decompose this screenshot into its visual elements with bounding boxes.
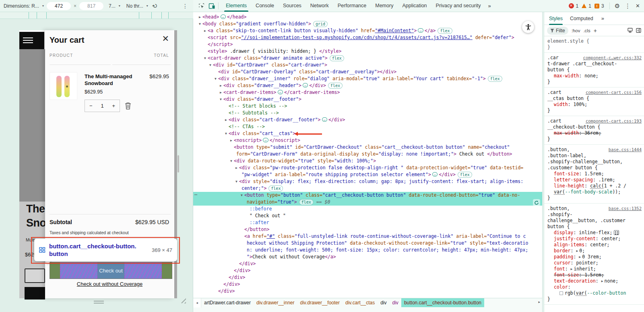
stylesheet-link[interactable]: component-cart.css:193 <box>586 118 642 124</box>
rendering-emulation-icon[interactable] <box>627 28 633 33</box>
error-icon[interactable]: ✕ <box>569 3 574 8</box>
stylesheet-link[interactable]: component-c…wer.css:332 <box>583 55 642 61</box>
issues-count[interactable]: 3 <box>601 3 604 9</box>
code-line[interactable]: ▶<noscript>…</noscript> <box>193 137 542 144</box>
expand-icon[interactable]: … <box>278 90 283 94</box>
css-property[interactable]: width: 100%; <box>547 102 642 108</box>
code-line[interactable]: </div> <box>193 281 542 288</box>
tab-console[interactable]: Console <box>251 0 279 12</box>
device-toolbar-toggle-icon[interactable] <box>208 3 215 9</box>
code-line[interactable]: ::before <box>193 206 542 212</box>
breadcrumb-item[interactable]: div.drawer__footer <box>297 298 343 307</box>
breadcrumb-forward-icon[interactable]: ▸ <box>536 298 542 306</box>
code-line[interactable]: ::after <box>193 219 542 226</box>
css-rule[interactable]: base.css:1352.button,.shopify-challenge_… <box>544 204 644 305</box>
code-line[interactable]: </div> <box>193 267 542 274</box>
zoom-select[interactable]: 7... <box>109 3 116 9</box>
css-property[interactable]: max-width: none; <box>547 73 642 79</box>
code-line[interactable]: form="CartDrawer-Form" data-original-dis… <box>193 151 542 158</box>
code-line[interactable]: ▶<head>…</head> <box>193 14 542 21</box>
code-line[interactable]: <button type="submit" id="CartDrawer-Che… <box>193 144 542 151</box>
tab-sources[interactable]: Sources <box>279 0 306 12</box>
viewport-width-input[interactable] <box>47 2 71 10</box>
tab-application[interactable]: Application <box>398 0 431 12</box>
code-line[interactable]: ▼<div class="cart__ctas"> <box>193 130 542 137</box>
css-property[interactable]: letter-spacing: .1rem; <box>547 177 642 183</box>
expand-icon[interactable]: … <box>221 15 226 19</box>
quantity-stepper[interactable]: − 1 + <box>85 100 120 112</box>
tab-privacy-and-security[interactable]: Privacy and security <box>431 0 485 12</box>
gear-icon[interactable]: ⚙ <box>612 2 622 10</box>
error-count[interactable]: 1 <box>576 3 579 9</box>
code-line[interactable]: <!-- Start blocks --> <box>193 103 542 110</box>
stylesheet-link[interactable]: component-cart.css:156 <box>586 89 642 96</box>
code-line[interactable]: navigation="true">flex == $0 <box>193 199 542 206</box>
flex-badge[interactable]: flex <box>438 28 452 34</box>
css-rule[interactable]: component-cart.css:156.cart__ctas button… <box>544 87 644 116</box>
resize-grip-icon[interactable] <box>180 297 186 304</box>
style-filter-input[interactable]: Filte <box>547 27 568 35</box>
warning-icon[interactable] <box>582 4 586 8</box>
css-property[interactable]: font-size: 1.5rem; <box>547 272 642 278</box>
stylesheet-link[interactable]: base.css:1444 <box>609 147 642 153</box>
code-line[interactable]: ▼<div data-route-widget="true" style="wi… <box>193 158 542 164</box>
flex-editor-icon[interactable] <box>614 230 619 235</box>
flex-badge[interactable]: flex <box>328 83 343 89</box>
adorner-refresh-icon[interactable] <box>533 199 540 206</box>
grid-badge[interactable]: grid <box>313 21 328 27</box>
breadcrumb-back-icon[interactable]: ◂ <box>193 298 201 308</box>
css-property[interactable]: color: <box>547 284 642 290</box>
more-tabs-icon[interactable]: » <box>485 3 493 9</box>
tab-styles[interactable]: Styles <box>549 12 563 25</box>
css-property[interactable]: max-width: 36rem; <box>547 130 642 136</box>
checkout-button-highlight-overlay[interactable]: Check out <box>50 262 172 279</box>
css-property[interactable]: cursor: pointer; <box>547 260 642 266</box>
tab-network[interactable]: Network <box>306 0 333 12</box>
code-line[interactable]: ▶<div class="pw-route-protection false d… <box>193 164 542 171</box>
code-line[interactable]: ▼<button type="button" class="cart__chec… <box>193 192 542 199</box>
toggle-hover-state[interactable]: :hov <box>572 28 580 33</box>
tab-memory[interactable]: Memory <box>371 0 398 12</box>
inspect-element-icon[interactable] <box>198 3 205 9</box>
code-line[interactable]: ▼<div class="drawer__inner" role="dialog… <box>193 75 542 82</box>
code-line[interactable]: ▼<div id="CartDrawer" class="cart-drawer… <box>193 62 542 69</box>
tab-elements[interactable]: Elements <box>221 0 251 12</box>
code-line[interactable]: <a href="#" class="full-unstyled-link ro… <box>193 233 542 240</box>
breadcrumb-item[interactable]: div <box>378 298 389 307</box>
close-devtools-icon[interactable]: ✕ <box>633 3 642 9</box>
tab-performance[interactable]: Performance <box>333 0 371 12</box>
code-line[interactable]: </div> <box>193 260 542 267</box>
issues-icon[interactable]: ! <box>594 4 599 8</box>
css-property[interactable]: display: inline-flex; <box>547 230 642 236</box>
checkout-without-coverage-link[interactable]: Check out without Coverage <box>45 281 174 287</box>
expand-icon[interactable]: … <box>432 172 438 177</box>
code-line[interactable]: <style> .drawer { visibility: hidden; } … <box>193 48 542 55</box>
css-property[interactable]: line-height: calc(1 + .2 / var(--font-bo… <box>547 183 642 195</box>
throttling-select[interactable]: No thr... <box>126 3 143 9</box>
color-swatch[interactable] <box>559 291 563 295</box>
code-line[interactable]: ▶<a class="skip-to-content-link button v… <box>193 27 542 34</box>
code-line[interactable]: </button> <box>193 226 542 233</box>
warning-count[interactable]: 1 <box>588 3 591 9</box>
flex-badge[interactable]: flex <box>488 76 502 82</box>
breadcrumb-item[interactable]: div <box>390 298 401 307</box>
css-property[interactable]: align-items: center; <box>547 242 642 248</box>
code-line[interactable]: ▼<cart-drawer class="drawer animate acti… <box>193 55 542 62</box>
tab-computed[interactable]: Computed <box>570 12 593 25</box>
css-rule[interactable]: component-c…wer.css:332.cart-drawer .car… <box>544 53 644 87</box>
media-query-ruler[interactable] <box>0 12 193 19</box>
code-line[interactable]: ▼<body class="gradient overflow-hidden">… <box>193 21 542 27</box>
expand-icon[interactable]: … <box>303 83 308 87</box>
page-buy-now-button-fragment[interactable] <box>25 287 45 300</box>
flex-badge[interactable]: flex <box>330 55 344 61</box>
element-style-rule[interactable]: element.style {} <box>544 36 644 53</box>
css-property[interactable]: font: ▶inherit; <box>547 266 642 272</box>
css-property[interactable]: border: ▶0; <box>547 248 642 254</box>
css-property[interactable]: font-size: 1.5rem; <box>547 171 642 177</box>
viewport-height-input[interactable] <box>79 2 103 10</box>
code-line[interactable]: ▶<div class="drawer__header">…</div>flex <box>193 82 542 89</box>
trash-icon[interactable] <box>125 102 131 110</box>
expand-icon[interactable]: … <box>418 28 423 33</box>
toggle-sidebar-icon[interactable] <box>636 28 641 33</box>
code-line[interactable]: ▶<div class="cart-drawer__footer">…</div… <box>193 116 542 123</box>
